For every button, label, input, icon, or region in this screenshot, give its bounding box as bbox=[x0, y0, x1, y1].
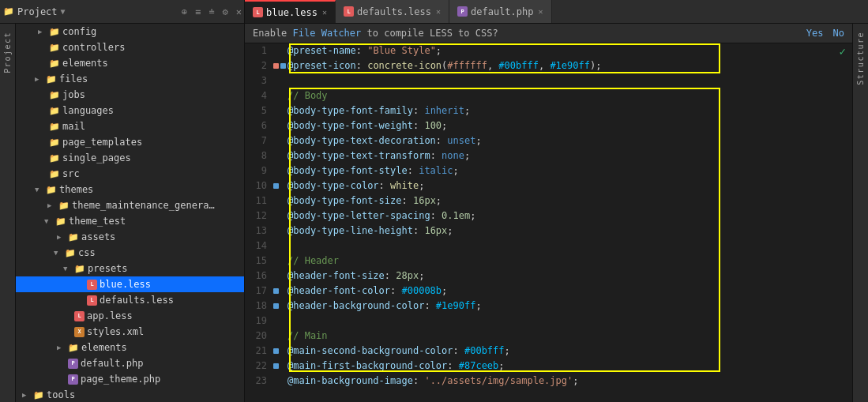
tree-label-config: config bbox=[62, 26, 96, 37]
tab-default-php-close[interactable]: ✕ bbox=[539, 7, 543, 16]
tree-item-presets[interactable]: ▼ 📁 presets bbox=[16, 261, 244, 276]
tree-item-files[interactable]: ▶ 📁 files bbox=[16, 71, 244, 87]
file-icon-default-php: P bbox=[68, 359, 78, 369]
line-num-13: 13 bbox=[245, 224, 273, 239]
structure-vertical-label[interactable]: Structure bbox=[856, 32, 865, 85]
banner-link[interactable]: File Watcher bbox=[293, 28, 362, 39]
line-content-10: @body-type-color: white; bbox=[287, 178, 424, 193]
tree-label-jobs: jobs bbox=[62, 89, 85, 100]
tab-default-php[interactable]: P default.php ✕ bbox=[449, 0, 552, 23]
tree-label-default-php: default.php bbox=[81, 358, 143, 369]
tree-item-page-templates[interactable]: 📁 page_templates bbox=[16, 134, 244, 150]
toolbar-icon-3[interactable]: ≐ bbox=[206, 6, 216, 17]
banner-message: Enable File Watcher to compile LESS to C… bbox=[253, 28, 498, 39]
tree-item-elements-sub[interactable]: ▶ 📁 elements bbox=[16, 340, 244, 355]
tree-arrow-config: ▶ bbox=[38, 28, 49, 36]
tree-label-single-pages: single_pages bbox=[62, 152, 131, 163]
line-num-14: 14 bbox=[245, 239, 273, 254]
tree-label-files: files bbox=[59, 73, 88, 85]
tab-blue-less-close[interactable]: ✕ bbox=[322, 8, 327, 17]
tree-label-assets: assets bbox=[81, 231, 115, 242]
folder-icon-presets: 📁 bbox=[74, 264, 85, 274]
line-gutter-18 bbox=[273, 303, 287, 309]
project-dropdown-icon[interactable]: ▼ bbox=[61, 7, 66, 16]
tree-item-src[interactable]: 📁 src bbox=[16, 166, 244, 182]
code-line-10: 10 @body-type-color: white; bbox=[245, 178, 852, 193]
toolbar-icon-2[interactable]: ≡ bbox=[193, 6, 203, 17]
toolbar-icon-5[interactable]: ✕ bbox=[234, 6, 244, 17]
tree-item-default-php[interactable]: P default.php bbox=[16, 355, 244, 371]
tree-item-config[interactable]: ▶ 📁 config bbox=[16, 24, 244, 39]
code-line-20: 20 // Main bbox=[245, 329, 852, 344]
code-line-4: 4 // Body bbox=[245, 88, 852, 103]
toolbar-icon-1[interactable]: ⊕ bbox=[179, 6, 190, 17]
tree-item-app-less[interactable]: L app.less bbox=[16, 308, 244, 324]
tree-item-languages[interactable]: 📁 languages bbox=[16, 103, 244, 118]
code-line-5: 5 @body-type-font-family: inherit; bbox=[245, 103, 852, 118]
tree-item-elements[interactable]: 📁 elements bbox=[16, 55, 244, 71]
file-icon-styles-xml: X bbox=[74, 327, 85, 337]
line-content-21: @main-second-background-color: #00bfff; bbox=[287, 344, 510, 359]
tab-defaults-less[interactable]: L defaults.less ✕ bbox=[336, 0, 449, 23]
folder-icon-files: 📁 bbox=[46, 74, 57, 85]
line-content-16: @header-font-size: 28px; bbox=[287, 269, 424, 284]
tree-item-mail[interactable]: 📁 mail bbox=[16, 118, 244, 134]
line-gutter-10 bbox=[273, 183, 287, 189]
tree-item-blue-less[interactable]: L blue.less bbox=[16, 276, 244, 292]
tree-item-jobs[interactable]: 📁 jobs bbox=[16, 87, 244, 103]
folder-icon-jobs: 📁 bbox=[49, 90, 60, 100]
line-content-18: @header-background-color: #1e90ff; bbox=[287, 299, 482, 314]
line-content-5: @body-type-font-family: inherit; bbox=[287, 103, 470, 118]
folder-icon-mail: 📁 bbox=[49, 122, 60, 132]
structure-sidebar-strip: Structure bbox=[852, 24, 868, 402]
line-content-9: @body-type-font-style: italic; bbox=[287, 163, 459, 178]
project-vertical-label[interactable]: Project bbox=[3, 32, 12, 73]
line-gutter-22 bbox=[273, 363, 287, 369]
tree-label-styles-xml: styles.xml bbox=[87, 326, 144, 337]
banner-text-before: Enable bbox=[253, 28, 293, 39]
tree-item-page-theme-php[interactable]: P page_theme.php bbox=[16, 371, 244, 387]
banner-text-after: to compile LESS to CSS? bbox=[361, 28, 498, 39]
line-content-6: @body-type-font-weight: 100; bbox=[287, 118, 447, 133]
code-editor[interactable]: 1 @preset-name: "Blue Style"; 2 @preset-… bbox=[245, 43, 852, 402]
tab-blue-less[interactable]: L blue.less ✕ bbox=[245, 0, 336, 23]
line-content-17: @header-font-color: #00008b; bbox=[287, 284, 447, 299]
line-content-20: // Main bbox=[287, 329, 328, 344]
tree-arrow-presets: ▼ bbox=[63, 265, 74, 272]
folder-icon-theme-maintenance: 📁 bbox=[58, 201, 70, 211]
line-content-8: @body-type-text-transform: none; bbox=[287, 148, 470, 163]
code-line-11: 11 @body-type-font-size: 16px; bbox=[245, 193, 852, 209]
file-icon-defaults-less: L bbox=[87, 295, 97, 306]
tree-arrow-css: ▼ bbox=[54, 249, 65, 257]
tree-item-css[interactable]: ▼ 📁 css bbox=[16, 245, 244, 261]
line-num-8: 8 bbox=[245, 148, 273, 163]
tree-item-theme-test[interactable]: ▼ 📁 theme_test bbox=[16, 213, 244, 229]
code-line-21: 21 @main-second-background-color: #00bff… bbox=[245, 344, 852, 359]
tree-item-styles-xml[interactable]: X styles.xml bbox=[16, 324, 244, 340]
line-num-4: 4 bbox=[245, 88, 273, 103]
tree-item-controllers[interactable]: 📁 controllers bbox=[16, 39, 244, 55]
tree-item-theme-maintenance[interactable]: ▶ 📁 theme_maintenance_genera… bbox=[16, 197, 244, 213]
project-sidebar-strip: Project bbox=[0, 24, 16, 402]
file-icon-page-theme-php: P bbox=[68, 374, 78, 385]
tree-item-single-pages[interactable]: 📁 single_pages bbox=[16, 150, 244, 166]
toolbar-icon-4[interactable]: ⚙ bbox=[220, 6, 231, 17]
line-content-23: @main-background-image: '../assets/img/s… bbox=[287, 374, 578, 389]
line-content-1: @preset-name: "Blue Style"; bbox=[287, 43, 442, 58]
tree-item-assets[interactable]: ▶ 📁 assets bbox=[16, 229, 244, 245]
folder-icon-page-templates: 📁 bbox=[49, 137, 60, 148]
code-line-13: 13 @body-type-line-height: 16px; bbox=[245, 224, 852, 239]
line-num-18: 18 bbox=[245, 299, 273, 314]
less-tab-icon-2: L bbox=[344, 6, 354, 17]
line-num-9: 9 bbox=[245, 163, 273, 178]
code-line-14: 14 bbox=[245, 239, 852, 254]
banner-yes-button[interactable]: Yes bbox=[806, 28, 824, 39]
tree-item-themes[interactable]: ▼ 📁 themes bbox=[16, 182, 244, 197]
tree-item-defaults-less[interactable]: L defaults.less bbox=[16, 292, 244, 308]
line-num-11: 11 bbox=[245, 193, 273, 209]
tree-item-tools[interactable]: ▶ 📁 tools bbox=[16, 387, 244, 402]
tab-defaults-less-close[interactable]: ✕ bbox=[436, 7, 441, 16]
tree-label-app-less: app.less bbox=[87, 310, 133, 321]
folder-icon-src: 📁 bbox=[49, 169, 60, 179]
banner-no-button[interactable]: No bbox=[833, 28, 844, 39]
